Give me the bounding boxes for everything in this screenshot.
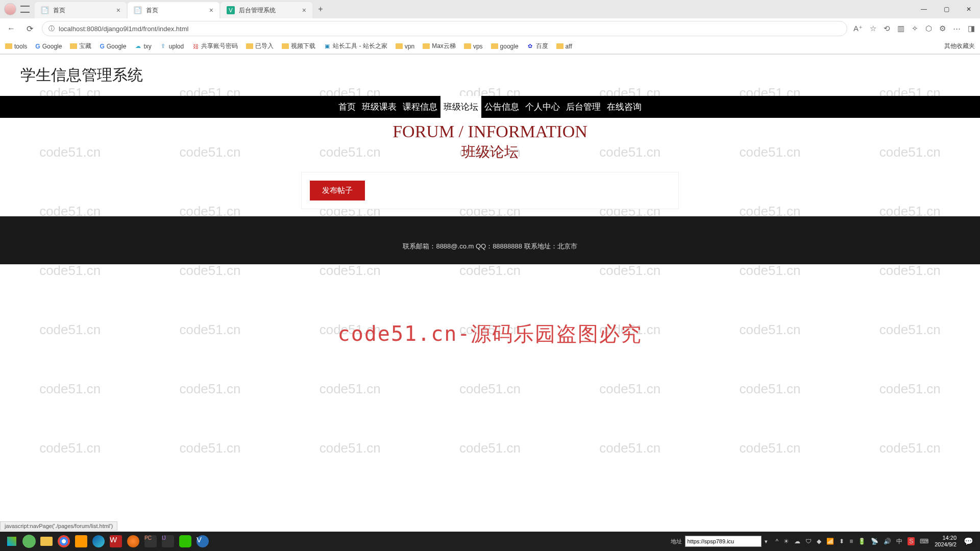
page-content: code51.cncode51.cncode51.cncode51.cncode…	[0, 55, 980, 264]
browser-chrome: 📄 首页 × 📄 首页 × V 后台管理系统 × + — ▢ ✕ ← ⟳ ⓘ l…	[0, 0, 980, 55]
tray-volume-icon[interactable]: 🔊	[884, 538, 891, 545]
taskbar-chrome-icon[interactable]	[55, 534, 72, 549]
taskbar-wechat-icon[interactable]	[177, 534, 194, 549]
bookmark-vpn[interactable]: vpn	[396, 43, 414, 50]
close-icon[interactable]: ×	[116, 6, 120, 14]
refresh-button[interactable]: ⟳	[23, 22, 36, 35]
taskbar-clock[interactable]: 14:20 2024/9/2	[935, 535, 957, 548]
nav-forum[interactable]: 班级论坛	[440, 96, 481, 118]
tray-battery-icon[interactable]: 🔋	[858, 538, 866, 545]
sidebar-icon[interactable]: ◨	[968, 24, 975, 33]
taskbar-address: 地址 ▾	[671, 536, 768, 547]
main-nav: 首页 班级课表 课程信息 班级论坛 公告信息 个人中心 后台管理 在线咨询	[0, 96, 980, 118]
taskbar-v-icon[interactable]: V	[194, 534, 211, 549]
tray-cloud-icon[interactable]: ☁	[794, 538, 800, 545]
site-info-icon[interactable]: ⓘ	[48, 24, 55, 33]
close-icon[interactable]: ×	[209, 6, 213, 14]
browser-tab-1[interactable]: 📄 首页 ×	[128, 2, 219, 18]
folder-icon	[70, 43, 77, 49]
start-button[interactable]	[3, 534, 20, 549]
url-input[interactable]: ⓘ localhost:8080/django9l1md/front/index…	[42, 21, 847, 36]
addr-label: 地址	[671, 538, 682, 545]
heading-cn: 班级论坛	[0, 142, 980, 162]
bookmark-google2[interactable]: GGoogle	[100, 43, 126, 50]
bookmark-imported[interactable]: 已导入	[246, 42, 274, 51]
maximize-icon[interactable]: ▢	[935, 1, 958, 17]
close-window-icon[interactable]: ✕	[958, 1, 980, 17]
cloud-icon: ☁	[134, 43, 141, 50]
tray-app-icon[interactable]: ◆	[817, 538, 821, 545]
favicon-icon: 📄	[41, 6, 49, 14]
bookmark-max[interactable]: Max云梯	[423, 42, 456, 51]
browser-tab-0[interactable]: 📄 首页 ×	[35, 2, 127, 18]
taskbar-sublime-icon[interactable]	[72, 534, 90, 549]
menu-icon[interactable]: ⋯	[953, 24, 961, 33]
bookmark-txy[interactable]: ☁txy	[134, 43, 151, 50]
minimize-icon[interactable]: —	[913, 1, 935, 17]
taskbar-app-icon[interactable]: W	[107, 534, 125, 549]
tab-bar: 📄 首页 × 📄 首页 × V 后台管理系统 × + — ▢ ✕	[0, 0, 980, 18]
folder-icon	[5, 43, 12, 49]
sync-icon[interactable]: ⟲	[884, 24, 890, 33]
folder-icon	[464, 43, 471, 49]
browser-tab-2[interactable]: V 后台管理系统 ×	[220, 2, 312, 18]
extensions-icon[interactable]: ✧	[912, 24, 918, 33]
tray-wifi-icon[interactable]: 📡	[871, 538, 878, 545]
folder-icon	[396, 43, 403, 49]
tray-weather-icon[interactable]: ☀	[783, 538, 789, 545]
favorite-icon[interactable]: ☆	[870, 24, 876, 33]
bookmark-video[interactable]: 视频下载	[282, 42, 315, 51]
tray-keyboard-icon[interactable]: ⌨	[920, 538, 928, 545]
taskbar-edge-icon[interactable]	[90, 534, 107, 549]
extension2-icon[interactable]: ⚙	[939, 24, 946, 33]
extension-icon[interactable]: ⬡	[925, 24, 932, 33]
chevron-down-icon[interactable]: ▾	[765, 538, 768, 545]
taskbar-ide2-icon[interactable]: IJ	[159, 534, 177, 549]
tray-ime-icon[interactable]: 中	[896, 537, 902, 546]
notifications-icon[interactable]: 💬	[960, 534, 977, 549]
bookmark-tools[interactable]: tools	[5, 43, 27, 50]
bookmark-treasure[interactable]: 宝藏	[70, 42, 91, 51]
nav-home[interactable]: 首页	[335, 96, 359, 118]
bookmark-webmaster[interactable]: ▣站长工具 - 站长之家	[324, 42, 387, 51]
tray-menu-icon[interactable]: ≡	[849, 538, 853, 545]
bookmark-shared[interactable]: ⛓共享账号密码	[192, 42, 238, 51]
bookmark-google1[interactable]: GGoogle	[35, 43, 62, 50]
taskbar-app2-icon[interactable]	[125, 534, 142, 549]
taskbar-ide1-icon[interactable]: PC	[142, 534, 159, 549]
tray-shield-icon[interactable]: 🛡	[805, 538, 812, 545]
nav-schedule[interactable]: 班级课表	[359, 96, 400, 118]
bookmark-aff[interactable]: aff	[556, 43, 572, 50]
footer-contact: 联系邮箱：8888@.co.m QQ：88888888 联系地址：北京市	[403, 242, 577, 250]
bookmark-baidu[interactable]: ✿百度	[527, 42, 548, 51]
nav-courses[interactable]: 课程信息	[400, 96, 440, 118]
nav-consult[interactable]: 在线咨询	[604, 96, 645, 118]
nav-profile[interactable]: 个人中心	[522, 96, 563, 118]
back-button[interactable]: ←	[5, 22, 17, 35]
profile-avatar-icon[interactable]	[4, 3, 16, 15]
nav-admin[interactable]: 后台管理	[563, 96, 604, 118]
nav-announce[interactable]: 公告信息	[481, 96, 522, 118]
post-button[interactable]: 发布帖子	[310, 181, 365, 201]
bookmark-google3[interactable]: google	[491, 43, 519, 50]
bookmark-other[interactable]: 其他收藏夹	[942, 42, 975, 51]
url-text: localhost:8080/django9l1md/front/index.h…	[59, 25, 188, 33]
status-bar: javascript:navPage('./pages/forum/list.h…	[0, 521, 117, 531]
tab-overview-icon[interactable]	[20, 6, 30, 13]
folder-icon	[282, 43, 289, 49]
tray-s-icon[interactable]: S	[908, 537, 915, 545]
taskbar-explorer-icon[interactable]	[38, 534, 55, 549]
collections-icon[interactable]: ▥	[897, 24, 904, 33]
tray-net-icon[interactable]: 📶	[826, 538, 834, 545]
tab-title: 首页	[146, 6, 158, 15]
close-icon[interactable]: ×	[302, 6, 306, 14]
bookmark-uplod[interactable]: ⇧uplod	[160, 43, 184, 50]
site-footer: 联系邮箱：8888@.co.m QQ：88888888 联系地址：北京市	[0, 216, 980, 264]
new-tab-button[interactable]: +	[313, 2, 328, 16]
taskbar-addr-input[interactable]	[685, 536, 762, 547]
tray-bt-icon[interactable]: ⬍	[839, 538, 844, 545]
read-aloud-icon[interactable]: A⁺	[853, 24, 863, 33]
tray-up-icon[interactable]: ^	[776, 538, 779, 545]
taskbar-browser-icon[interactable]	[20, 534, 38, 549]
bookmark-vps[interactable]: vps	[464, 43, 483, 50]
